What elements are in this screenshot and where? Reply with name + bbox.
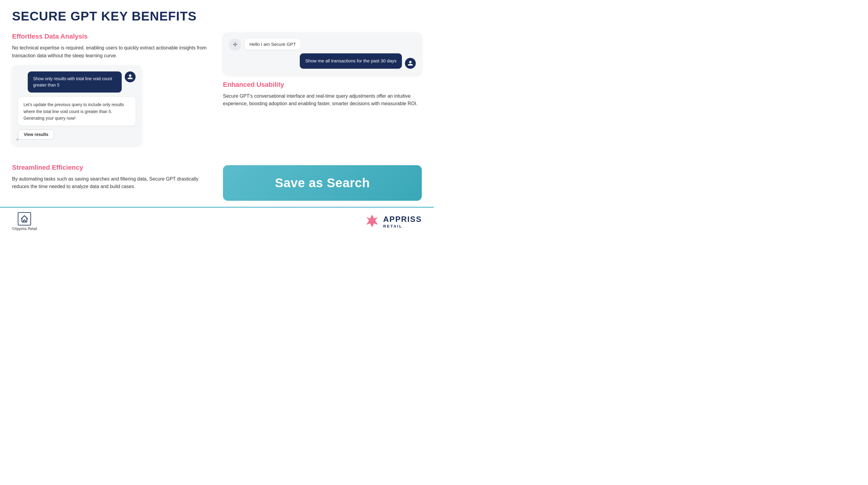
page-title: Secure GPT KEY BENEFITS — [12, 9, 422, 24]
footer-logo-right: APPRISS RETAIL — [365, 213, 422, 230]
chat-widget-top: ✛ Hello I am Secure GPT Show me all tran… — [223, 33, 422, 75]
chat-widget-bottom: Show only results with total line void c… — [12, 65, 142, 146]
section1-text: No technical expertise is required, enab… — [12, 44, 211, 59]
section-right-top: ✛ Hello I am Secure GPT Show me all tran… — [223, 33, 422, 114]
section1-heading: Effortless Data Analysis — [12, 33, 211, 40]
chat-bubbles-area: Hello I am Secure GPT Show me all transa… — [245, 38, 416, 69]
house-icon — [18, 212, 31, 225]
bot-icon: ✛ — [229, 38, 241, 51]
bot-response-bubble: Let's update the previous query to inclu… — [18, 97, 135, 126]
section2-text: Secure GPT's conversational interface an… — [223, 92, 422, 108]
appriss-sub: RETAIL — [383, 224, 422, 229]
section3-heading: Streamlined Efficiency — [12, 164, 211, 172]
appriss-brand: APPRISS RETAIL — [383, 215, 422, 229]
user-row-top: Show me all transactions for the past 30… — [245, 53, 416, 69]
user-avatar-top — [405, 58, 416, 69]
section2-heading: Enhanced Usability — [223, 81, 422, 89]
user-top-bubble: Show me all transactions for the past 30… — [300, 53, 402, 69]
hello-bubble: Hello I am Secure GPT — [245, 38, 301, 50]
user-query-bubble: Show only results with total line void c… — [28, 71, 122, 93]
user-avatar-bottom — [125, 71, 135, 82]
view-results-button[interactable]: View results — [18, 129, 54, 140]
move-icon: ✛ — [16, 137, 19, 142]
section-effortless: Effortless Data Analysis No technical ex… — [12, 33, 211, 153]
save-search-widget[interactable]: Save as Search — [223, 165, 422, 201]
section3-text: By automating tasks such as saving searc… — [12, 175, 211, 190]
appriss-name: APPRISS — [383, 215, 422, 224]
appriss-logo-icon — [365, 213, 380, 230]
bot-response-text: Let's update the previous query to inclu… — [24, 102, 124, 121]
save-search-area: Save as Search — [223, 159, 422, 201]
save-search-label: Save as Search — [275, 176, 370, 190]
footer-copyright: ©Appriss Retail — [12, 227, 37, 231]
footer: ©Appriss Retail APPRISS RETAIL — [0, 207, 434, 235]
user-message-row: Show only results with total line void c… — [18, 71, 135, 93]
crosshair-icon: ✛ — [233, 41, 238, 48]
section-streamlined: Streamlined Efficiency By automating tas… — [12, 164, 211, 196]
footer-logo-left: ©Appriss Retail — [12, 212, 37, 231]
